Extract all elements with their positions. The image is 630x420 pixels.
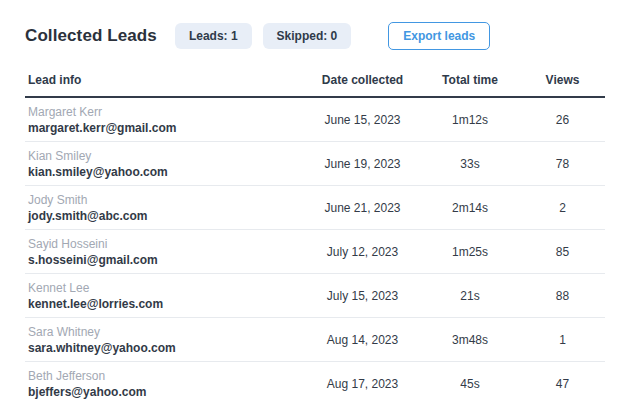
lead-email: kennet.lee@lorries.com xyxy=(28,298,305,310)
lead-info-cell: Jody Smith jody.smith@abc.com xyxy=(25,194,305,222)
total-time-cell: 33s xyxy=(420,157,520,171)
lead-name: Sayid Hosseini xyxy=(28,238,305,250)
views-cell: 26 xyxy=(520,113,605,127)
leads-count-badge: Leads: 1 xyxy=(175,23,252,49)
lead-email: sara.whitney@yahoo.com xyxy=(28,342,305,354)
lead-info-cell: Kian Smiley kian.smiley@yahoo.com xyxy=(25,150,305,178)
total-time-cell: 2m14s xyxy=(420,201,520,215)
lead-info-cell: Beth Jefferson bjeffers@yahoo.com xyxy=(25,370,305,398)
views-cell: 88 xyxy=(520,289,605,303)
total-time-cell: 1m12s xyxy=(420,113,520,127)
date-collected-cell: July 15, 2023 xyxy=(305,289,420,303)
total-time-cell: 1m25s xyxy=(420,245,520,259)
lead-name: Jody Smith xyxy=(28,194,305,206)
lead-email: jody.smith@abc.com xyxy=(28,210,305,222)
table-row[interactable]: Jody Smith jody.smith@abc.com June 21, 2… xyxy=(25,186,605,230)
lead-email: kian.smiley@yahoo.com xyxy=(28,166,305,178)
export-leads-button[interactable]: Export leads xyxy=(388,22,490,50)
lead-name: Sara Whitney xyxy=(28,326,305,338)
date-collected-cell: Aug 17, 2023 xyxy=(305,377,420,391)
table-row[interactable]: Sara Whitney sara.whitney@yahoo.com Aug … xyxy=(25,318,605,362)
total-time-cell: 3m48s xyxy=(420,333,520,347)
table-header-row: Lead info Date collected Total time View… xyxy=(25,73,605,98)
date-collected-cell: June 15, 2023 xyxy=(305,113,420,127)
lead-name: Margaret Kerr xyxy=(28,106,305,118)
lead-email: margaret.kerr@gmail.com xyxy=(28,122,305,134)
table-row[interactable]: Margaret Kerr margaret.kerr@gmail.com Ju… xyxy=(25,98,605,142)
views-cell: 2 xyxy=(520,201,605,215)
collected-leads-panel: Collected Leads Leads: 1 Skipped: 0 Expo… xyxy=(0,0,630,406)
lead-info-cell: Sayid Hosseini s.hosseini@gmail.com xyxy=(25,238,305,266)
lead-info-cell: Margaret Kerr margaret.kerr@gmail.com xyxy=(25,106,305,134)
table-row[interactable]: Beth Jefferson bjeffers@yahoo.com Aug 17… xyxy=(25,362,605,406)
column-header-views: Views xyxy=(520,73,605,87)
views-cell: 1 xyxy=(520,333,605,347)
lead-email: bjeffers@yahoo.com xyxy=(28,386,305,398)
lead-info-cell: Kennet Lee kennet.lee@lorries.com xyxy=(25,282,305,310)
table-row[interactable]: Kian Smiley kian.smiley@yahoo.com June 1… xyxy=(25,142,605,186)
views-cell: 47 xyxy=(520,377,605,391)
date-collected-cell: July 12, 2023 xyxy=(305,245,420,259)
date-collected-cell: June 21, 2023 xyxy=(305,201,420,215)
column-header-lead-info: Lead info xyxy=(25,73,305,87)
views-cell: 78 xyxy=(520,157,605,171)
lead-name: Beth Jefferson xyxy=(28,370,305,382)
date-collected-cell: June 19, 2023 xyxy=(305,157,420,171)
lead-info-cell: Sara Whitney sara.whitney@yahoo.com xyxy=(25,326,305,354)
table-row[interactable]: Kennet Lee kennet.lee@lorries.com July 1… xyxy=(25,274,605,318)
leads-table: Lead info Date collected Total time View… xyxy=(25,73,605,406)
date-collected-cell: Aug 14, 2023 xyxy=(305,333,420,347)
views-cell: 85 xyxy=(520,245,605,259)
table-row[interactable]: Sayid Hosseini s.hosseini@gmail.com July… xyxy=(25,230,605,274)
lead-name: Kennet Lee xyxy=(28,282,305,294)
topbar: Collected Leads Leads: 1 Skipped: 0 Expo… xyxy=(25,22,605,49)
lead-email: s.hosseini@gmail.com xyxy=(28,254,305,266)
skipped-count-badge: Skipped: 0 xyxy=(263,23,352,49)
column-header-total-time: Total time xyxy=(420,73,520,87)
page-title: Collected Leads xyxy=(25,26,157,46)
column-header-date-collected: Date collected xyxy=(305,73,420,87)
lead-name: Kian Smiley xyxy=(28,150,305,162)
total-time-cell: 45s xyxy=(420,377,520,391)
total-time-cell: 21s xyxy=(420,289,520,303)
